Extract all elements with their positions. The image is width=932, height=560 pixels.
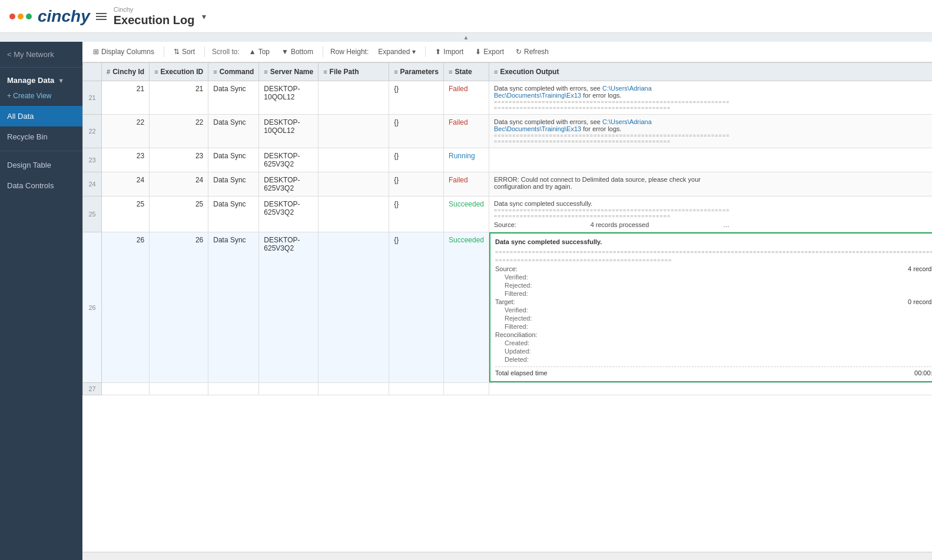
horizontal-scrollbar[interactable] bbox=[82, 552, 932, 560]
main-layout: < My Network Manage Data ▼ + Create View… bbox=[0, 42, 932, 560]
page-title-area: Cinchy Execution Log ▾ bbox=[96, 6, 206, 26]
cell-params-24[interactable]: {} bbox=[389, 172, 444, 196]
cell-execution-id-26[interactable]: 26 bbox=[150, 232, 208, 383]
toolbar-sep-4 bbox=[425, 46, 426, 57]
collapse-handle[interactable]: ▲ bbox=[0, 33, 932, 42]
display-columns-button[interactable]: ⊞ Display Columns bbox=[91, 46, 157, 57]
cell-execution-id-21[interactable]: 21 bbox=[150, 81, 208, 115]
cell-params-21[interactable]: {} bbox=[389, 81, 444, 115]
cell-server-22[interactable]: DESKTOP-10QOL12 bbox=[259, 115, 319, 148]
cell-output-22[interactable]: Data sync completed with errors, see C:\… bbox=[489, 115, 932, 148]
cell-state-25[interactable]: Succeeded bbox=[443, 196, 489, 232]
cell-output-25[interactable]: Data sync completed successfully. ======… bbox=[489, 196, 932, 232]
cell-state-22[interactable]: Failed bbox=[443, 115, 489, 148]
cell-27-5[interactable] bbox=[319, 383, 389, 395]
refresh-button[interactable]: ↻ Refresh bbox=[513, 46, 551, 57]
cell-state-26[interactable]: Succeeded bbox=[443, 232, 489, 383]
sidebar-create-view[interactable]: + Create View bbox=[0, 88, 82, 106]
cell-cinchy-id-22[interactable]: 22 bbox=[102, 115, 150, 148]
cell-output-24[interactable]: ERROR: Could not connect to Delimited da… bbox=[489, 172, 932, 196]
table-row[interactable]: 21 21 21 Data Sync DESKTOP-10QOL12 {} Fa… bbox=[83, 81, 933, 115]
cell-27-6[interactable] bbox=[389, 383, 444, 395]
filepath-col-icon: ≡ bbox=[323, 68, 327, 75]
cell-command-21[interactable]: Data Sync bbox=[208, 81, 259, 115]
cell-server-25[interactable]: DESKTOP-625V3Q2 bbox=[259, 196, 319, 232]
col-parameters[interactable]: ≡Parameters bbox=[389, 63, 444, 81]
table-row-expanded[interactable]: 26 26 26 Data Sync DESKTOP-625V3Q2 {} Su… bbox=[83, 232, 933, 383]
cell-cinchy-id-26[interactable]: 26 bbox=[102, 232, 150, 383]
cell-cinchy-id-23[interactable]: 23 bbox=[102, 148, 150, 172]
col-execution-output[interactable]: ≡Execution Output bbox=[489, 63, 932, 81]
cell-command-22[interactable]: Data Sync bbox=[208, 115, 259, 148]
sidebar-item-all-data[interactable]: All Data bbox=[0, 106, 82, 126]
col-state[interactable]: ≡State bbox=[443, 63, 489, 81]
page-title-dropdown[interactable]: ▾ bbox=[202, 12, 206, 21]
cell-27-8[interactable] bbox=[489, 383, 932, 395]
data-table: #Cinchy Id ≡Execution ID ≡Command ≡Serve… bbox=[82, 62, 932, 395]
cell-command-25[interactable]: Data Sync bbox=[208, 196, 259, 232]
cell-execution-id-22[interactable]: 22 bbox=[150, 115, 208, 148]
table-row[interactable]: 22 22 22 Data Sync DESKTOP-10QOL12 {} Fa… bbox=[83, 115, 933, 148]
scroll-bottom-button[interactable]: ▼ Bottom bbox=[279, 46, 316, 57]
col-file-path[interactable]: ≡File Path bbox=[319, 63, 389, 81]
col-execution-id[interactable]: ≡Execution ID bbox=[150, 63, 208, 81]
cell-27-1[interactable] bbox=[102, 383, 150, 395]
cell-state-24[interactable]: Failed bbox=[443, 172, 489, 196]
sidebar-manage-data[interactable]: Manage Data ▼ bbox=[0, 68, 82, 88]
col-server-name[interactable]: ≡Server Name bbox=[259, 63, 319, 81]
cell-filepath-22[interactable] bbox=[319, 115, 389, 148]
table-row[interactable]: 24 24 24 Data Sync DESKTOP-625V3Q2 {} Fa… bbox=[83, 172, 933, 196]
scroll-top-button[interactable]: ▲ Top bbox=[247, 46, 272, 57]
cell-27-7[interactable] bbox=[443, 383, 489, 395]
table-row[interactable]: 25 25 25 Data Sync DESKTOP-625V3Q2 {} Su… bbox=[83, 196, 933, 232]
cell-command-24[interactable]: Data Sync bbox=[208, 172, 259, 196]
cell-output-26-expanded[interactable]: Data sync completed successfully. ======… bbox=[489, 232, 932, 383]
col-command[interactable]: ≡Command bbox=[208, 63, 259, 81]
export-button[interactable]: ⬇ Export bbox=[473, 46, 506, 57]
cell-params-23[interactable]: {} bbox=[389, 148, 444, 172]
sidebar-item-data-controls[interactable]: Data Controls bbox=[0, 175, 82, 196]
sidebar-item-design-table[interactable]: Design Table bbox=[0, 155, 82, 175]
cell-output-23[interactable] bbox=[489, 148, 932, 172]
cell-execution-id-24[interactable]: 24 bbox=[150, 172, 208, 196]
cell-execution-id-23[interactable]: 23 bbox=[150, 148, 208, 172]
cell-output-21[interactable]: Data sync completed with errors, see C:\… bbox=[489, 81, 932, 115]
import-button[interactable]: ⬆ Import bbox=[433, 46, 466, 57]
table-row[interactable]: 23 23 23 Data Sync DESKTOP-625V3Q2 {} Ru… bbox=[83, 148, 933, 172]
cell-filepath-21[interactable] bbox=[319, 81, 389, 115]
output-link-21[interactable]: C:\Users\Adriana Bec\Documents\Training\… bbox=[494, 85, 652, 99]
cell-server-21[interactable]: DESKTOP-10QOL12 bbox=[259, 81, 319, 115]
cell-27-4[interactable] bbox=[259, 383, 319, 395]
cell-filepath-24[interactable] bbox=[319, 172, 389, 196]
cell-server-24[interactable]: DESKTOP-625V3Q2 bbox=[259, 172, 319, 196]
cell-filepath-23[interactable] bbox=[319, 148, 389, 172]
cell-filepath-26[interactable] bbox=[319, 232, 389, 383]
cell-command-23[interactable]: Data Sync bbox=[208, 148, 259, 172]
cell-27-3[interactable] bbox=[208, 383, 259, 395]
row-height-button[interactable]: Expanded ▾ bbox=[376, 46, 418, 57]
table-wrapper[interactable]: #Cinchy Id ≡Execution ID ≡Command ≡Serve… bbox=[82, 62, 932, 552]
cell-cinchy-id-21[interactable]: 21 bbox=[102, 81, 150, 115]
cell-execution-id-25[interactable]: 25 bbox=[150, 196, 208, 232]
sort-button[interactable]: ⇅ Sort bbox=[171, 46, 197, 57]
cell-27-2[interactable] bbox=[150, 383, 208, 395]
hamburger-icon[interactable] bbox=[96, 13, 107, 20]
cell-command-26[interactable]: Data Sync bbox=[208, 232, 259, 383]
sidebar-item-recycle-bin[interactable]: Recycle Bin bbox=[0, 126, 82, 147]
output-link-22[interactable]: C:\Users\Adriana Bec\Documents\Training\… bbox=[494, 118, 652, 132]
sidebar-item-my-network[interactable]: < My Network bbox=[0, 42, 82, 68]
cell-cinchy-id-24[interactable]: 24 bbox=[102, 172, 150, 196]
cell-server-23[interactable]: DESKTOP-625V3Q2 bbox=[259, 148, 319, 172]
cell-params-22[interactable]: {} bbox=[389, 115, 444, 148]
cell-state-23[interactable]: Running bbox=[443, 148, 489, 172]
server-col-icon: ≡ bbox=[264, 68, 267, 75]
filtered-label: Filtered: bbox=[495, 290, 589, 297]
cell-params-25[interactable]: {} bbox=[389, 196, 444, 232]
cell-state-21[interactable]: Failed bbox=[443, 81, 489, 115]
cell-params-26[interactable]: {} bbox=[389, 232, 444, 383]
cell-cinchy-id-25[interactable]: 25 bbox=[102, 196, 150, 232]
verified-label: Verified: bbox=[495, 274, 589, 281]
cell-filepath-25[interactable] bbox=[319, 196, 389, 232]
cell-server-26[interactable]: DESKTOP-625V3Q2 bbox=[259, 232, 319, 383]
col-cinchy-id[interactable]: #Cinchy Id bbox=[102, 63, 150, 81]
